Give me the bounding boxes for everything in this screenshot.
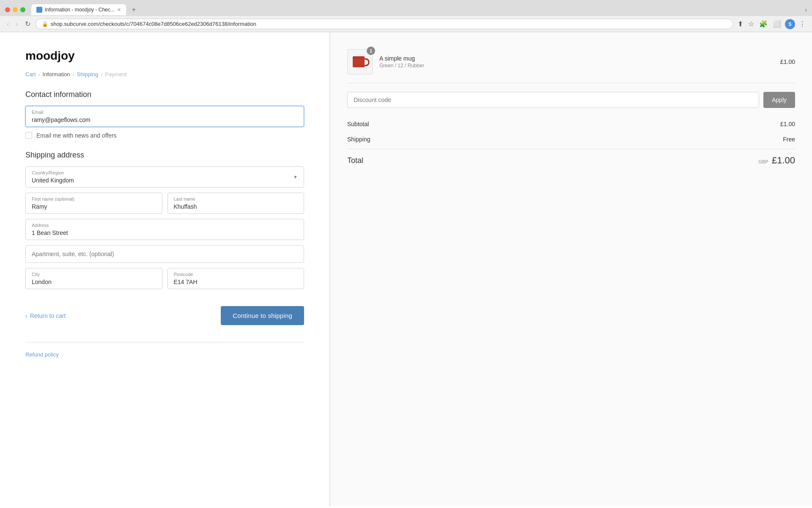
return-to-cart-link[interactable]: ‹ Return to cart bbox=[25, 312, 66, 319]
country-select[interactable]: United Kingdom bbox=[26, 176, 304, 187]
subtotal-value: £1.00 bbox=[780, 121, 795, 127]
breadcrumb-sep-2: › bbox=[73, 72, 74, 77]
breadcrumb-sep-1: › bbox=[38, 72, 40, 77]
address-field-wrapper: Address bbox=[25, 219, 304, 240]
country-field-wrapper: Country/Region United Kingdom bbox=[25, 166, 304, 188]
shipping-value: Free bbox=[783, 136, 795, 143]
discount-code-input[interactable] bbox=[347, 92, 759, 108]
first-name-field-wrapper: First name (optional) bbox=[25, 193, 162, 214]
footer: Refund policy bbox=[25, 342, 304, 358]
city-postcode-row: City Postcode bbox=[25, 268, 304, 294]
checkout-form-panel: moodjoy Cart › Information › Shipping › … bbox=[0, 32, 330, 506]
apt-input[interactable] bbox=[26, 246, 304, 262]
active-tab[interactable]: Information - moodjoy - Chec... ✕ bbox=[31, 4, 126, 15]
email-field-wrapper: Email bbox=[25, 106, 304, 127]
minimize-window-button[interactable] bbox=[13, 7, 18, 12]
city-input[interactable] bbox=[26, 278, 162, 289]
name-row: First name (optional) Last name bbox=[25, 193, 304, 219]
browser-action-buttons: ⬆ ☆ 🧩 ⬜ S ⋮ bbox=[736, 19, 807, 29]
continue-to-shipping-button[interactable]: Continue to shipping bbox=[221, 306, 304, 325]
chevron-left-icon: ‹ bbox=[25, 312, 27, 319]
browser-chrome: Information - moodjoy - Chec... ✕ + › ‹ … bbox=[0, 0, 812, 32]
page-layout: moodjoy Cart › Information › Shipping › … bbox=[0, 32, 812, 506]
refund-policy-link[interactable]: Refund policy bbox=[25, 351, 59, 358]
tab-overflow-button[interactable]: › bbox=[805, 6, 807, 13]
breadcrumb-shipping-link[interactable]: Shipping bbox=[77, 71, 99, 77]
fullscreen-window-button[interactable] bbox=[20, 7, 25, 12]
extensions-button[interactable]: 🧩 bbox=[758, 19, 769, 29]
mug-icon bbox=[349, 51, 370, 72]
tab-bar: Information - moodjoy - Chec... ✕ + › bbox=[0, 0, 812, 16]
item-name: A simple mug bbox=[379, 55, 774, 62]
item-image-wrapper: 1 bbox=[347, 49, 373, 75]
breadcrumb-information: Information bbox=[43, 71, 70, 77]
apply-discount-button[interactable]: Apply bbox=[763, 92, 795, 108]
postcode-field-wrapper: Postcode bbox=[167, 268, 304, 289]
reload-button[interactable]: ↻ bbox=[23, 19, 32, 29]
total-amount: £1.00 bbox=[772, 155, 795, 166]
apt-field-wrapper bbox=[25, 245, 304, 263]
first-name-input[interactable] bbox=[26, 202, 162, 213]
user-avatar[interactable]: S bbox=[785, 19, 795, 29]
close-window-button[interactable] bbox=[5, 7, 10, 12]
back-button[interactable]: ‹ bbox=[5, 19, 11, 29]
address-label: Address bbox=[26, 219, 304, 229]
tab-close-button[interactable]: ✕ bbox=[117, 7, 121, 13]
country-label: Country/Region bbox=[26, 167, 304, 176]
email-label: Email bbox=[26, 106, 304, 116]
breadcrumb-cart-link[interactable]: Cart bbox=[25, 71, 36, 77]
shipping-row: Shipping Free bbox=[347, 132, 795, 147]
currency-label: GBP bbox=[758, 159, 768, 164]
last-name-field-wrapper: Last name bbox=[167, 193, 304, 214]
postcode-input[interactable] bbox=[168, 278, 304, 289]
newsletter-label: Email me with news and offers bbox=[36, 132, 117, 139]
total-label: Total bbox=[347, 156, 363, 165]
item-details: A simple mug Green / 12 / Rubber bbox=[379, 55, 774, 69]
shipping-label: Shipping bbox=[347, 136, 370, 143]
share-button[interactable]: ⬆ bbox=[736, 19, 744, 29]
subtotal-row: Subtotal £1.00 bbox=[347, 116, 795, 132]
forward-button[interactable]: › bbox=[14, 19, 19, 29]
breadcrumb: Cart › Information › Shipping › Payment bbox=[25, 71, 304, 77]
tab-title: Information - moodjoy - Chec... bbox=[45, 7, 115, 13]
total-amount-wrapper: GBP £1.00 bbox=[758, 155, 795, 166]
bookmark-button[interactable]: ☆ bbox=[747, 19, 755, 29]
traffic-lights bbox=[5, 7, 25, 12]
contact-section-title: Contact information bbox=[25, 90, 304, 99]
tab-favicon bbox=[36, 7, 42, 13]
newsletter-row: Email me with news and offers bbox=[25, 132, 304, 139]
email-input[interactable] bbox=[26, 116, 304, 127]
cart-summary-panel: 1 A simple mug Green / 12 / Rubber £1.00… bbox=[330, 32, 812, 506]
shipping-section-title: Shipping address bbox=[25, 151, 304, 160]
last-name-input[interactable] bbox=[168, 202, 304, 213]
item-variant: Green / 12 / Rubber bbox=[379, 63, 774, 69]
discount-row: Apply bbox=[347, 92, 795, 108]
postcode-label: Postcode bbox=[168, 268, 304, 278]
newsletter-checkbox[interactable] bbox=[25, 132, 32, 139]
url-input[interactable]: 🔒 shop.subcurve.com/checkouts/c/704674c0… bbox=[36, 19, 733, 29]
item-quantity-badge: 1 bbox=[367, 47, 375, 55]
address-input[interactable] bbox=[26, 229, 304, 240]
form-actions: ‹ Return to cart Continue to shipping bbox=[25, 306, 304, 325]
sidebar-toggle-button[interactable]: ⬜ bbox=[771, 19, 782, 29]
subtotal-label: Subtotal bbox=[347, 121, 369, 127]
first-name-label: First name (optional) bbox=[26, 193, 162, 202]
city-label: City bbox=[26, 268, 162, 278]
return-to-cart-label: Return to cart bbox=[30, 312, 66, 319]
svg-rect-1 bbox=[353, 56, 365, 59]
new-tab-button[interactable]: + bbox=[128, 3, 140, 16]
brand-name: moodjoy bbox=[25, 49, 304, 63]
last-name-label: Last name bbox=[168, 193, 304, 202]
cart-item: 1 A simple mug Green / 12 / Rubber £1.00 bbox=[347, 49, 795, 83]
address-bar: ‹ › ↻ 🔒 shop.subcurve.com/checkouts/c/70… bbox=[0, 16, 812, 32]
url-text: shop.subcurve.com/checkouts/c/704674c08e… bbox=[51, 21, 727, 27]
city-field-wrapper: City bbox=[25, 268, 162, 289]
breadcrumb-sep-3: › bbox=[101, 72, 102, 77]
item-price: £1.00 bbox=[780, 58, 795, 65]
totals-section: Subtotal £1.00 Shipping Free Total GBP £… bbox=[347, 116, 795, 170]
shipping-address-section: Shipping address Country/Region United K… bbox=[25, 151, 304, 294]
grand-total-row: Total GBP £1.00 bbox=[347, 149, 795, 170]
breadcrumb-payment: Payment bbox=[105, 71, 126, 77]
menu-button[interactable]: ⋮ bbox=[798, 19, 807, 29]
lock-icon: 🔒 bbox=[42, 21, 48, 27]
